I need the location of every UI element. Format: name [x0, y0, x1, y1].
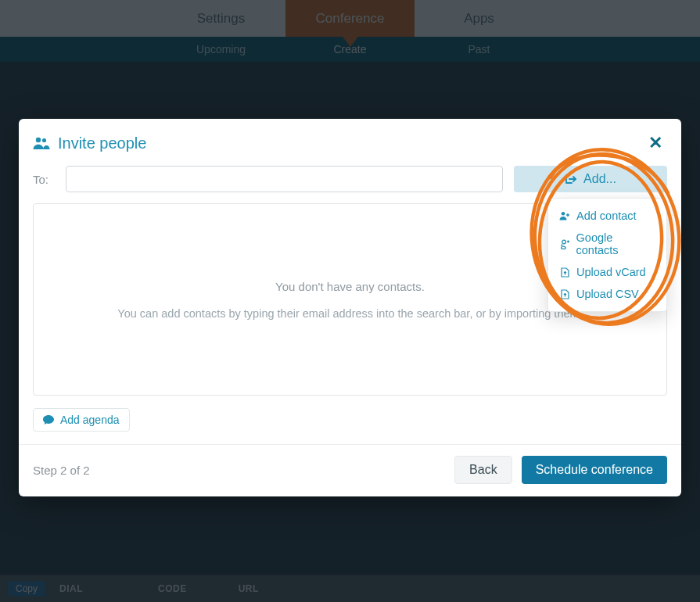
svg-point-0: [36, 138, 41, 142]
file-up-icon: [559, 267, 570, 278]
modal-title-wrap: Invite people: [33, 134, 146, 152]
add-dropdown: Add contact Google contacts Upload vCard…: [547, 198, 667, 312]
add-button-label: Add...: [583, 172, 616, 186]
add-agenda-label: Add agenda: [60, 414, 120, 426]
back-button[interactable]: Back: [454, 456, 512, 484]
modal-header: Invite people ✕: [19, 119, 681, 159]
add-button[interactable]: Add...: [514, 166, 667, 192]
dropdown-upload-vcard[interactable]: Upload vCard: [548, 261, 666, 283]
add-agenda-button[interactable]: Add agenda: [33, 408, 130, 432]
svg-point-2: [562, 212, 565, 216]
recipient-input[interactable]: [66, 166, 503, 192]
google-icon: [559, 239, 570, 249]
person-plus-icon: [559, 211, 570, 220]
dropdown-upload-csv-label: Upload CSV: [576, 288, 639, 300]
dropdown-google-contacts[interactable]: Google contacts: [548, 227, 666, 261]
close-icon[interactable]: ✕: [644, 130, 667, 156]
dropdown-upload-vcard-label: Upload vCard: [576, 266, 646, 278]
step-indicator: Step 2 of 2: [33, 464, 90, 477]
empty-state-desc: You can add contacts by typing their ema…: [117, 307, 582, 320]
dropdown-add-contact[interactable]: Add contact: [548, 205, 666, 227]
schedule-conference-button[interactable]: Schedule conference: [522, 456, 667, 484]
dropdown-upload-csv[interactable]: Upload CSV: [548, 283, 666, 305]
svg-point-1: [42, 138, 46, 142]
modal-title: Invite people: [58, 134, 146, 152]
to-label: To:: [33, 173, 55, 186]
file-up-icon: [559, 289, 570, 299]
footer-actions: Back Schedule conference: [454, 456, 667, 484]
dropdown-google-contacts-label: Google contacts: [576, 231, 655, 256]
svg-point-3: [562, 240, 565, 244]
agenda-row: Add agenda: [19, 403, 681, 444]
app-root: Settings Conference Apps Upcoming Create…: [0, 0, 700, 602]
dropdown-add-contact-label: Add contact: [576, 210, 637, 222]
people-icon: [33, 136, 50, 150]
speech-icon: [43, 415, 54, 425]
import-icon: [565, 174, 577, 185]
empty-state-title: You don't have any contacts.: [275, 280, 425, 293]
to-row: To: Add...: [19, 159, 681, 202]
modal-footer: Step 2 of 2 Back Schedule conference: [19, 444, 681, 496]
